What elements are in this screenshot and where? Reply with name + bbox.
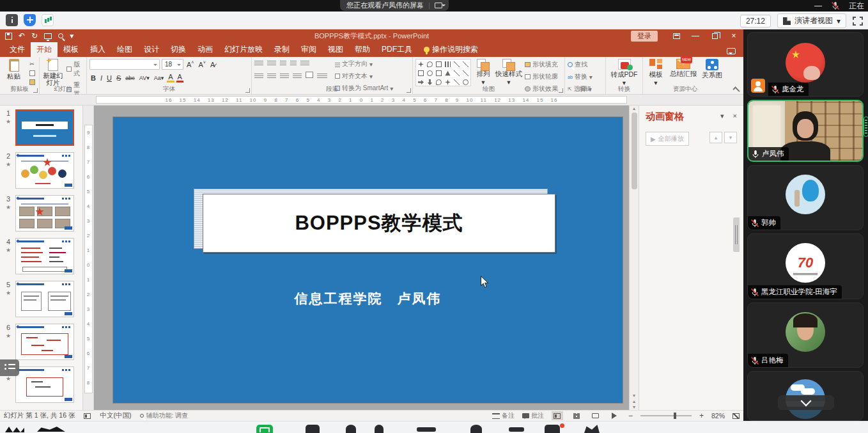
font-dialog-launcher[interactable] [245, 88, 250, 93]
paragraph-dialog-launcher[interactable] [407, 88, 411, 93]
participant-tile[interactable]: 庞金龙 [747, 32, 864, 97]
normal-view-button[interactable] [552, 411, 563, 420]
tab-help[interactable]: 帮助 [349, 42, 376, 57]
tab-view[interactable]: 视图 [322, 42, 349, 57]
replace-button[interactable]: ab替换▾ [568, 72, 593, 81]
horizontal-ruler[interactable]: 16 15 14 13 12 11 10 9 8 7 6 5 4 3 2 1 0… [96, 96, 627, 104]
title-box[interactable]: BOPPPS教学模式 [203, 194, 555, 253]
bold-button[interactable]: B [89, 74, 97, 82]
thumbnail-slide-4[interactable]: 4★ [1, 238, 82, 274]
dock-icon[interactable] [470, 425, 482, 433]
window-minimize-icon[interactable]: — [686, 29, 705, 42]
zoom-out-icon[interactable]: − [628, 411, 633, 420]
quick-styles-button[interactable]: 快速样式▾ [495, 59, 522, 86]
slide-canvas[interactable]: BOPPPS教学模式 信息工程学院 卢凤伟 [94, 106, 629, 410]
align-text-button[interactable]: 对齐文本▾ [335, 72, 393, 81]
comments-toggle[interactable]: 批注 [522, 411, 544, 420]
tab-record[interactable]: 录制 [268, 42, 295, 57]
zoom-in-icon[interactable]: + [699, 411, 704, 420]
summary-report-button[interactable]: NEW 总结汇报 [669, 59, 698, 86]
participant-tile[interactable]: 郭帅 [747, 165, 864, 230]
tab-file[interactable]: 文件 [4, 42, 31, 57]
align-right-icon[interactable] [280, 72, 289, 78]
print-preview-icon[interactable] [58, 33, 63, 38]
tab-design[interactable]: 设计 [138, 42, 165, 57]
banner-view-options-icon[interactable] [435, 3, 442, 8]
move-later-icon[interactable]: ▾ [724, 132, 737, 143]
thumbnail-slide-1[interactable]: 1★ [1, 109, 82, 146]
increase-indent-icon[interactable] [290, 59, 297, 65]
tell-me-search[interactable]: 操作说明搜索 [418, 42, 484, 57]
panel-collapse-handle[interactable] [733, 217, 740, 252]
font-color-button[interactable]: A [176, 73, 183, 83]
save-icon[interactable] [5, 33, 12, 40]
slide-subtitle[interactable]: 信息工程学院 卢凤伟 [113, 290, 623, 308]
dock-icon[interactable] [584, 425, 600, 433]
window-restore-icon[interactable] [705, 29, 724, 42]
redo-icon[interactable]: ↻ [31, 32, 38, 40]
find-button[interactable]: 查找 [568, 60, 593, 69]
mic-muted-icon[interactable] [831, 1, 840, 10]
dock-icon[interactable] [306, 425, 320, 433]
tab-slideshow[interactable]: 幻灯片放映 [219, 42, 268, 57]
diagram-button[interactable]: 关系图 [701, 59, 724, 86]
thumbnail-slide-6[interactable]: 6★ [1, 324, 82, 360]
bullets-icon[interactable] [254, 59, 263, 65]
tab-draw[interactable]: 绘图 [111, 42, 138, 57]
scrollbar-thumb[interactable] [632, 113, 637, 189]
tab-animations[interactable]: 动画 [192, 42, 219, 57]
thumbnail-slide-3[interactable]: 3★ [1, 195, 82, 232]
dock-icon[interactable] [509, 427, 524, 432]
font-name-combobox[interactable] [89, 59, 160, 70]
italic-button[interactable]: I [99, 74, 104, 82]
slide-sorter-button[interactable] [571, 411, 582, 420]
minimize-icon[interactable]: — [814, 1, 822, 10]
tab-template[interactable]: 模板 [58, 42, 84, 57]
animation-pane-close-icon[interactable]: × [733, 112, 737, 120]
tab-transitions[interactable]: 切换 [165, 42, 192, 57]
screen-share-banner[interactable]: 您正在观看卢凤伟的屏幕 [340, 0, 449, 11]
language-status[interactable]: 中文(中国) [100, 411, 131, 420]
convert-pdf-button[interactable]: 转成PDF▾ [610, 59, 639, 86]
zoom-slider-thumb[interactable] [674, 413, 676, 419]
shape-outline-button[interactable]: 形状轮廓 [525, 72, 558, 81]
play-all-button[interactable]: ▶全部播放 [646, 132, 689, 146]
accessibility-status[interactable]: 辅助功能: 调查 [140, 411, 188, 420]
fit-to-window-icon[interactable] [732, 413, 740, 419]
thumbnail-slide-2[interactable]: 2★ [1, 152, 82, 189]
screen-share-icon[interactable] [256, 425, 273, 433]
animation-pane-menu-icon[interactable]: ▾ [720, 112, 724, 120]
strikethrough-button[interactable]: S [115, 74, 122, 82]
align-center-icon[interactable] [267, 72, 276, 78]
comments-icon[interactable] [727, 48, 736, 54]
collapse-ribbon-icon[interactable] [732, 86, 740, 93]
copy-icon[interactable] [27, 69, 36, 77]
participant-tile[interactable]: 70 黑龙江职业学院-田海宇 [747, 233, 864, 299]
zoom-slider[interactable] [640, 415, 692, 416]
participant-tile[interactable]: 吕艳梅 [747, 303, 864, 368]
notes-toggle[interactable]: 备注 [492, 411, 515, 420]
shrink-font-button[interactable]: A˅ [197, 60, 206, 68]
scroll-down-icon[interactable]: ▾ [633, 393, 635, 398]
next-slide-icon[interactable]: ▾ [633, 404, 635, 410]
dock-icon[interactable] [375, 425, 384, 433]
line-spacing-icon[interactable] [300, 59, 309, 65]
add-remove-columns-icon[interactable] [317, 72, 327, 78]
thumbnail-slide-5[interactable]: 5★ [1, 281, 82, 317]
numbering-icon[interactable] [267, 59, 276, 65]
highlight-color-button[interactable]: A [167, 73, 174, 83]
signin-button[interactable]: 登录 [631, 31, 658, 42]
dock-icon[interactable] [545, 425, 560, 433]
character-spacing-button[interactable]: AV▾ [138, 75, 151, 81]
align-left-icon[interactable] [254, 72, 263, 78]
arrange-button[interactable]: 排列▾ [474, 59, 493, 86]
previous-slide-icon[interactable]: ▴ [633, 398, 635, 404]
security-shield-icon[interactable] [24, 14, 36, 26]
tab-pdf-tools[interactable]: PDF工具 [376, 42, 418, 57]
participant-tile-active-speaker[interactable]: 卢凤伟 [747, 100, 864, 162]
network-stats-icon[interactable] [42, 14, 54, 26]
vertical-ruler[interactable]: 9 8 7 6 5 4 3 2 1 0 1 2 3 4 5 6 7 8 [83, 106, 94, 410]
clipboard-dialog-launcher[interactable] [33, 88, 38, 93]
paste-button[interactable]: 粘贴 [3, 59, 25, 86]
undo-icon[interactable]: ↶ [19, 32, 25, 40]
